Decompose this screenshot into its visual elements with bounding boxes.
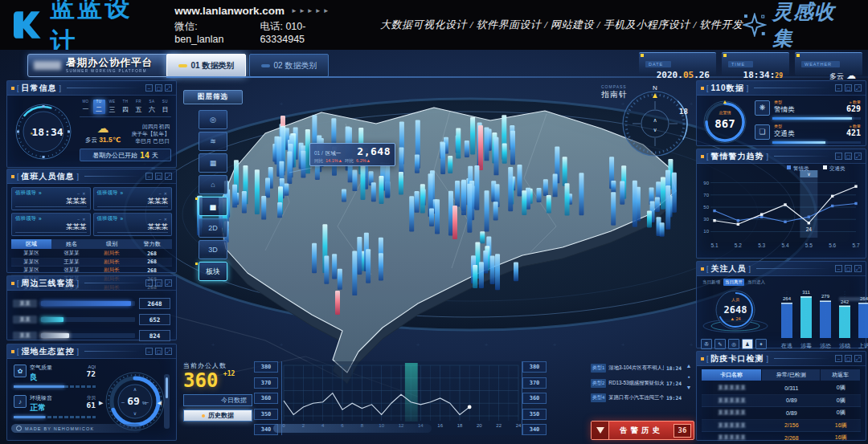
flow-line-label: 某某	[13, 332, 37, 340]
history-data-button[interactable]: 历史数据	[183, 409, 252, 422]
locate-button[interactable]: ◎	[199, 110, 227, 129]
today-data-button[interactable]: 今日数据	[183, 394, 252, 406]
tab-data-category-1[interactable]: 01 数据类别	[166, 54, 246, 77]
scroll-down-icon[interactable]: ▼	[686, 385, 692, 390]
duty-role-label: 值班领导	[97, 189, 118, 197]
mode-3d-button[interactable]: 3D	[199, 240, 227, 259]
focus-tab[interactable]: 当日进入	[746, 279, 767, 286]
duty-card[interactable]: 值班领导»– ✕某某某	[11, 187, 91, 210]
expand-icon[interactable]: ⤢	[854, 153, 862, 160]
target-icon: ◎	[210, 116, 216, 124]
platform-subtitle: SUMMER WORKING PLATFORM	[66, 70, 153, 74]
duty-card[interactable]: 值班领导»– ✕某某某	[93, 187, 173, 210]
checkpoint-column-header[interactable]: 异常/已检测	[762, 369, 820, 381]
website-link[interactable]: www.lanlanwork.com	[174, 5, 285, 17]
expand-icon[interactable]: ⤢	[165, 84, 172, 92]
weekday-cell[interactable]: MO一	[80, 100, 92, 114]
bar-chart-button[interactable]: ▅	[199, 197, 227, 216]
minimize-icon[interactable]: –	[145, 84, 153, 92]
weekday-cell[interactable]: TU二	[93, 100, 105, 114]
table-row[interactable]: 某某区张某某副局长268	[11, 267, 172, 275]
duty-card[interactable]: 值班领导»– ✕某某某	[93, 213, 173, 236]
mode-plate-button[interactable]: 板块	[199, 262, 227, 281]
window-icon[interactable]: ▢	[845, 84, 852, 92]
window-icon[interactable]: ▢	[845, 153, 852, 160]
building-button[interactable]: ⌂	[199, 175, 227, 194]
window-icon[interactable]: ▢	[155, 348, 162, 355]
focus-tab[interactable]: 当日新增	[701, 279, 722, 286]
trend-line-chart[interactable]: 9070503010∨5.15.25.35.45.55.65.724警情类交通类	[697, 164, 864, 255]
air-progress-bar	[14, 385, 96, 388]
checkpoint-column-header[interactable]: 卡口名称	[702, 369, 761, 381]
alert-time: 17:24	[666, 381, 682, 386]
alert-item[interactable]: 类型1湿地3-104片区有不明人员闯入18:24	[591, 363, 682, 373]
close-icon[interactable]: – ✕	[77, 191, 86, 196]
close-icon[interactable]: – ✕	[159, 217, 168, 222]
svg-text:涉恐: 涉恐	[820, 343, 831, 349]
minimize-icon[interactable]: –	[145, 279, 153, 287]
minimize-icon[interactable]: –	[145, 173, 153, 180]
tooltip-index: 01 /	[314, 150, 323, 156]
minimize-icon[interactable]: –	[835, 84, 842, 92]
table-row[interactable]: 某某某某某2/26816辆	[702, 432, 861, 444]
duty-column-header[interactable]: 警力数	[132, 239, 172, 249]
duty-column-header[interactable]: 级别	[92, 239, 132, 249]
window-icon[interactable]: ▢	[155, 173, 162, 180]
window-icon[interactable]: ▢	[845, 265, 852, 272]
table-row[interactable]: 某某某某某0/3110辆	[702, 382, 861, 395]
weekday-cell[interactable]: SU日	[159, 100, 171, 114]
target-icon[interactable]: ◎	[728, 339, 739, 349]
checkpoint-column-header[interactable]: 劝返车	[821, 369, 860, 381]
focus-filter-dropdown[interactable]: ▾	[839, 296, 868, 302]
weekday-cell[interactable]: SA六	[146, 100, 158, 114]
compass[interactable]: N ∧ ∨	[615, 82, 695, 162]
tooltip-area: 区域一	[326, 150, 342, 157]
scroll-dot-icon[interactable]: ●	[687, 374, 690, 379]
table-row[interactable]: 某某区王某某副局长268	[11, 259, 172, 267]
weekday-cell[interactable]: FR五	[133, 100, 145, 114]
expand-icon[interactable]: ⤢	[854, 355, 862, 362]
window-icon[interactable]: ▢	[155, 84, 162, 92]
duty-card[interactable]: 值班领导»– ✕某某某	[11, 213, 91, 236]
expand-icon[interactable]: ⤢	[165, 348, 172, 355]
badge-icon[interactable]: ✦	[755, 339, 767, 349]
weekday-cell[interactable]: WE三	[106, 100, 118, 114]
window-icon[interactable]: ▢	[845, 355, 852, 362]
duty-column-header[interactable]: 区域	[11, 239, 51, 249]
duty-column-header[interactable]: 姓名	[51, 239, 92, 249]
minimize-icon[interactable]: –	[145, 348, 153, 355]
gauge-left-arrow[interactable]: ▶	[99, 400, 103, 406]
expand-icon[interactable]: ⤢	[854, 84, 862, 92]
close-icon[interactable]: – ✕	[77, 217, 86, 222]
table-row[interactable]: 某某某某某0/890辆	[702, 395, 861, 408]
grid-button[interactable]: ▦	[199, 153, 227, 173]
alert-item[interactable]: 类型4某路口有小汽车连闯三个红灯19:24	[591, 393, 682, 403]
signal-button[interactable]: ≋	[199, 132, 227, 151]
scroll-up-icon[interactable]: ▲	[686, 363, 692, 369]
window-icon[interactable]: ▢	[155, 279, 162, 287]
minimize-icon[interactable]: –	[835, 355, 842, 362]
table-row[interactable]: 某某某某某0/890辆	[702, 407, 861, 420]
panel-corner-mark	[11, 87, 14, 90]
car-icon[interactable]: ✇	[701, 339, 712, 349]
expand-icon[interactable]: ⤢	[165, 279, 172, 287]
close-icon[interactable]: – ✕	[159, 191, 168, 196]
focus-bar-chart[interactable]: 264在逃311涉毒279涉恐242涉稳264上访	[773, 279, 868, 352]
minimize-icon[interactable]: –	[835, 265, 842, 272]
tab-data-category-2[interactable]: 02 数据类别	[249, 54, 329, 77]
gauge-scrollbar[interactable]	[164, 374, 170, 429]
expand-icon[interactable]: ⤢	[165, 173, 172, 180]
bar-track	[41, 317, 135, 322]
expand-icon[interactable]: ⤢	[854, 265, 862, 272]
focus-tab[interactable]: 当日离开	[723, 279, 744, 286]
table-row[interactable]: 某某区张某某副局长268	[11, 250, 172, 259]
minimize-icon[interactable]: –	[835, 153, 842, 160]
person-icon[interactable]: ♟	[742, 339, 753, 349]
alert-item[interactable]: 类型2RD13-53烟感报警疑似火灾17:24	[591, 378, 682, 389]
weekday-cell[interactable]: TH四	[120, 100, 132, 114]
table-row[interactable]: 某某某某某2/15616辆	[702, 420, 861, 433]
gauge-right-arrow[interactable]: ◀	[158, 400, 162, 406]
mode-2d-button[interactable]: 2D	[199, 218, 227, 238]
pen-icon[interactable]: ✎	[714, 339, 726, 349]
alarm-history-banner[interactable]: 告警历史 36	[591, 421, 694, 440]
